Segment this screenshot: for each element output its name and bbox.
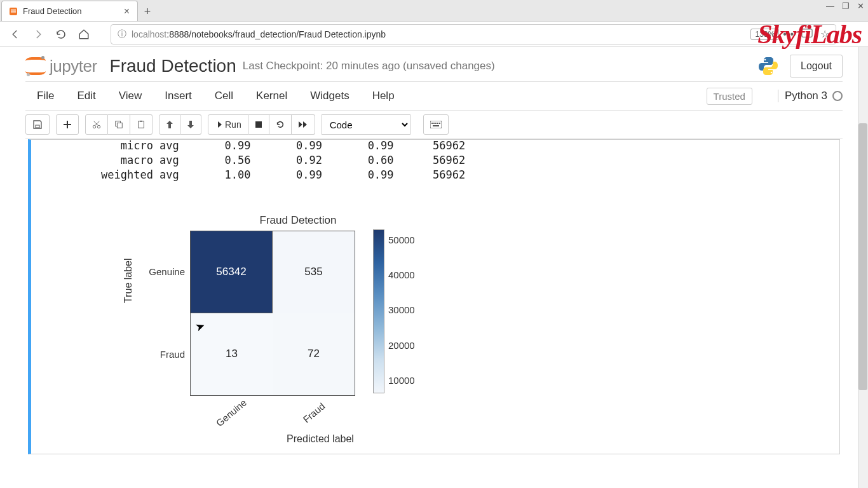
ytick-0: Genuine	[146, 266, 190, 277]
run-label: Run	[225, 119, 241, 130]
command-palette-button[interactable]	[423, 114, 449, 135]
forward-button[interactable]	[29, 25, 47, 43]
menu-insert[interactable]: Insert	[153, 85, 203, 107]
svg-point-5	[771, 72, 773, 74]
restart-button[interactable]	[269, 114, 292, 135]
colorbar	[373, 229, 384, 393]
url-text: localhost:8888/notebooks/fraud_detection…	[132, 29, 750, 39]
back-button[interactable]	[6, 25, 24, 43]
copy-button[interactable]	[108, 114, 130, 135]
window-controls: — ❐ ✕	[826, 1, 864, 11]
info-icon[interactable]: ⓘ	[118, 29, 126, 40]
svg-point-8	[97, 125, 100, 128]
checkpoint-text: Last Checkpoint: 20 minutes ago (unsaved…	[243, 60, 495, 72]
run-button[interactable]: Run	[208, 114, 248, 135]
cb-tick: 50000	[388, 234, 415, 245]
svg-rect-17	[435, 123, 437, 124]
cm-cell-0-0: 56342	[190, 231, 273, 313]
brand-logo: SkyfiLabs	[757, 19, 862, 50]
url-host: localhost	[132, 29, 166, 39]
svg-rect-18	[437, 123, 438, 124]
kernel-label: Python 3	[785, 90, 827, 102]
svg-rect-11	[139, 121, 144, 128]
url-path: :8888/notebooks/fraud_detection/Fraud De…	[166, 29, 386, 39]
browser-toolbar: ⓘ localhost:8888/notebooks/fraud_detecti…	[0, 22, 868, 47]
move-up-button[interactable]	[159, 114, 180, 135]
cb-tick: 30000	[388, 304, 415, 315]
url-bar[interactable]: ⓘ localhost:8888/notebooks/fraud_detecti…	[111, 24, 836, 44]
fast-forward-button[interactable]	[292, 114, 315, 135]
x-ticks: Genuine Fraud	[190, 396, 476, 418]
python-icon	[757, 55, 779, 77]
browser-tab-strip: Fraud Detection × + — ❐ ✕	[0, 0, 868, 22]
notebook-toolbar: Run Code	[25, 111, 843, 139]
svg-rect-6	[36, 125, 39, 128]
notebook-area: micro avg 0.99 0.99 0.99 56962 macro avg…	[25, 139, 843, 454]
svg-rect-16	[433, 123, 435, 124]
menu-bar: File Edit View Insert Cell Kernel Widget…	[25, 81, 843, 111]
svg-rect-1	[11, 10, 16, 11]
menu-edit[interactable]: Edit	[65, 85, 107, 107]
output-cell[interactable]: micro avg 0.99 0.99 0.99 56962 macro avg…	[28, 139, 840, 454]
logout-button[interactable]: Logout	[790, 55, 843, 78]
svg-rect-10	[117, 123, 122, 128]
kernel-status-icon	[832, 91, 843, 101]
new-tab-button[interactable]: +	[138, 2, 157, 21]
chart-title: Fraud Detection	[120, 214, 476, 227]
svg-rect-13	[255, 121, 262, 128]
menu-help[interactable]: Help	[361, 85, 406, 107]
y-axis-label: True label	[123, 258, 134, 303]
svg-rect-2	[11, 11, 16, 13]
classification-report: micro avg 0.99 0.99 0.99 56962 macro avg…	[31, 139, 839, 182]
svg-rect-20	[433, 125, 439, 126]
svg-point-4	[764, 59, 766, 61]
home-button[interactable]	[75, 25, 93, 43]
svg-rect-15	[431, 123, 433, 124]
paste-button[interactable]	[130, 114, 153, 135]
minimize-icon[interactable]: —	[826, 1, 834, 11]
reload-button[interactable]	[52, 25, 70, 43]
menu-file[interactable]: File	[25, 85, 65, 107]
cut-button[interactable]	[85, 114, 108, 135]
svg-point-7	[93, 125, 95, 128]
close-window-icon[interactable]: ✕	[857, 1, 864, 11]
cm-cell-0-1: 535	[273, 231, 355, 313]
scrollbar[interactable]	[858, 47, 868, 488]
menu-view[interactable]: View	[107, 85, 154, 107]
stop-button[interactable]	[248, 114, 269, 135]
browser-tab[interactable]: Fraud Detection ×	[1, 1, 138, 21]
menu-cell[interactable]: Cell	[203, 85, 245, 107]
close-icon[interactable]: ×	[123, 6, 131, 17]
notebook-title[interactable]: Fraud Detection	[110, 56, 236, 76]
menu-widgets[interactable]: Widgets	[299, 85, 360, 107]
scrollbar-thumb[interactable]	[858, 123, 867, 390]
confusion-matrix-chart: Fraud Detection True label ➤ Genuine 563…	[146, 214, 476, 445]
ytick-1: Fraud	[146, 349, 190, 360]
notebook-icon	[8, 6, 18, 17]
svg-rect-12	[140, 121, 142, 122]
maximize-icon[interactable]: ❐	[842, 1, 850, 11]
menu-kernel[interactable]: Kernel	[245, 85, 299, 107]
cb-tick: 10000	[388, 375, 415, 386]
cb-tick: 40000	[388, 269, 415, 280]
add-cell-button[interactable]	[56, 114, 79, 135]
save-button[interactable]	[25, 114, 50, 135]
cell-type-select[interactable]: Code	[322, 114, 410, 135]
jupyter-header: jupyter Fraud Detection Last Checkpoint:…	[25, 47, 843, 81]
move-down-button[interactable]	[180, 114, 201, 135]
jupyter-logo[interactable]: jupyter	[25, 56, 97, 76]
svg-rect-14	[430, 121, 442, 128]
jupyter-icon	[25, 56, 46, 76]
tab-title: Fraud Detection	[23, 6, 123, 16]
kernel-indicator[interactable]: Python 3	[778, 90, 843, 102]
svg-rect-19	[439, 123, 440, 124]
trusted-badge[interactable]: Trusted	[707, 88, 752, 105]
colorbar-ticks: 50000 40000 30000 20000 10000	[388, 227, 415, 393]
cb-tick: 20000	[388, 340, 415, 351]
jupyter-text: jupyter	[50, 57, 97, 76]
